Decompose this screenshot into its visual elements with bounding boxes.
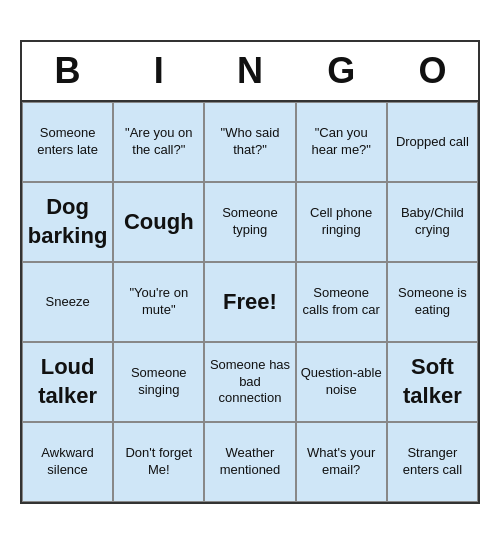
bingo-cell-3[interactable]: "Can you hear me?" (296, 102, 387, 182)
bingo-cell-4[interactable]: Dropped call (387, 102, 478, 182)
bingo-cell-24[interactable]: Stranger enters call (387, 422, 478, 502)
bingo-cell-22[interactable]: Weather mentioned (204, 422, 295, 502)
bingo-cell-18[interactable]: Question-able noise (296, 342, 387, 422)
bingo-card: BINGO Someone enters late"Are you on the… (20, 40, 480, 504)
bingo-cell-11[interactable]: "You're on mute" (113, 262, 204, 342)
bingo-cell-9[interactable]: Baby/Child crying (387, 182, 478, 262)
bingo-cell-7[interactable]: Someone typing (204, 182, 295, 262)
bingo-cell-21[interactable]: Don't forget Me! (113, 422, 204, 502)
bingo-cell-13[interactable]: Someone calls from car (296, 262, 387, 342)
bingo-cell-17[interactable]: Someone has bad connection (204, 342, 295, 422)
bingo-cell-10[interactable]: Sneeze (22, 262, 113, 342)
bingo-cell-23[interactable]: What's your email? (296, 422, 387, 502)
bingo-cell-0[interactable]: Someone enters late (22, 102, 113, 182)
bingo-cell-5[interactable]: Dog barking (22, 182, 113, 262)
bingo-cell-6[interactable]: Cough (113, 182, 204, 262)
header-letter-B: B (22, 42, 113, 100)
bingo-cell-1[interactable]: "Are you on the call?" (113, 102, 204, 182)
bingo-cell-16[interactable]: Someone singing (113, 342, 204, 422)
bingo-cell-14[interactable]: Someone is eating (387, 262, 478, 342)
bingo-cell-12[interactable]: Free! (204, 262, 295, 342)
header-letter-O: O (387, 42, 478, 100)
bingo-cell-8[interactable]: Cell phone ringing (296, 182, 387, 262)
header-letter-I: I (113, 42, 204, 100)
bingo-cell-20[interactable]: Awkward silence (22, 422, 113, 502)
bingo-cell-19[interactable]: Soft talker (387, 342, 478, 422)
bingo-cell-15[interactable]: Loud talker (22, 342, 113, 422)
header-letter-G: G (296, 42, 387, 100)
bingo-header: BINGO (22, 42, 478, 100)
header-letter-N: N (204, 42, 295, 100)
bingo-cell-2[interactable]: "Who said that?" (204, 102, 295, 182)
bingo-grid: Someone enters late"Are you on the call?… (22, 100, 478, 502)
